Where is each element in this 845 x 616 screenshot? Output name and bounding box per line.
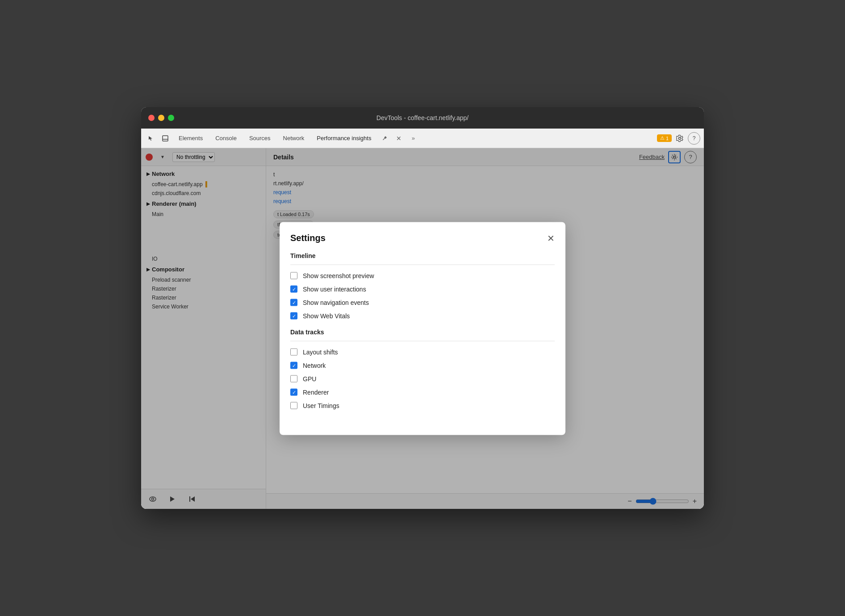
checkbox-gpu[interactable] xyxy=(290,375,297,383)
tab-performance-insights[interactable]: Performance insights xyxy=(311,133,376,143)
close-button[interactable] xyxy=(148,115,155,121)
option-label-nav-events: Show navigation events xyxy=(303,299,369,306)
checkbox-web-vitals[interactable]: ✓ xyxy=(290,312,297,320)
checkbox-nav-events[interactable]: ✓ xyxy=(290,299,297,306)
tab-console[interactable]: Console xyxy=(210,133,242,143)
pin-icon[interactable] xyxy=(378,132,391,145)
checkbox-network[interactable]: ✓ xyxy=(290,362,297,369)
checkbox-screenshot[interactable] xyxy=(290,272,297,279)
option-label-user-timings: User Timings xyxy=(303,402,339,409)
settings-section-data-tracks: Data tracks Layout shifts ✓ Network GPU … xyxy=(290,329,555,409)
help-icon-btn[interactable]: ? xyxy=(688,132,700,145)
settings-icon-btn[interactable] xyxy=(673,132,686,145)
option-label-screenshot: Show screenshot preview xyxy=(303,272,374,279)
option-label-renderer: Renderer xyxy=(303,389,329,396)
timeline-divider xyxy=(290,265,555,265)
option-renderer: ✓ Renderer xyxy=(290,389,555,396)
devtools-window: DevTools - coffee-cart.netlify.app/ Elem… xyxy=(141,107,704,509)
data-tracks-divider xyxy=(290,341,555,341)
title-bar: DevTools - coffee-cart.netlify.app/ xyxy=(141,107,704,129)
tab-sources[interactable]: Sources xyxy=(244,133,276,143)
tab-network[interactable]: Network xyxy=(278,133,310,143)
close-tab-icon[interactable]: ✕ xyxy=(393,132,405,145)
maximize-button[interactable] xyxy=(168,115,174,121)
more-tabs-icon[interactable]: » xyxy=(407,132,419,145)
option-network: ✓ Network xyxy=(290,362,555,369)
option-nav-events: ✓ Show navigation events xyxy=(290,299,555,306)
cursor-icon[interactable] xyxy=(145,132,157,145)
settings-section-timeline: Timeline Show screenshot preview ✓ Show … xyxy=(290,252,555,320)
option-user-interactions: ✓ Show user interactions xyxy=(290,286,555,293)
svg-rect-0 xyxy=(163,136,168,141)
minimize-button[interactable] xyxy=(158,115,164,121)
warning-count: 1 xyxy=(666,136,669,141)
warning-icon: ⚠ xyxy=(660,135,665,141)
option-screenshot: Show screenshot preview xyxy=(290,272,555,279)
devtools-header: Elements Console Sources Network Perform… xyxy=(141,129,704,148)
settings-header: Settings ✕ xyxy=(290,233,555,243)
tab-elements[interactable]: Elements xyxy=(173,133,208,143)
warning-badge: ⚠ 1 xyxy=(657,134,672,142)
dock-icon[interactable] xyxy=(159,132,172,145)
timeline-section-title: Timeline xyxy=(290,252,555,259)
checkbox-layout-shifts[interactable] xyxy=(290,349,297,356)
option-web-vitals: ✓ Show Web Vitals xyxy=(290,312,555,320)
devtools-body: ▼ No throttling ▶ Network coffee-cart.ne… xyxy=(141,148,704,509)
option-label-web-vitals: Show Web Vitals xyxy=(303,312,350,320)
window-title: DevTools - coffee-cart.netlify.app/ xyxy=(376,114,469,121)
settings-modal: Settings ✕ Timeline Show screenshot prev… xyxy=(280,222,565,435)
settings-title: Settings xyxy=(290,233,326,243)
option-label-network: Network xyxy=(303,362,326,369)
header-right: ⚠ 1 ? xyxy=(657,132,700,145)
option-gpu: GPU xyxy=(290,375,555,383)
option-label-layout-shifts: Layout shifts xyxy=(303,349,338,356)
option-user-timings: User Timings xyxy=(290,402,555,409)
checkbox-user-timings[interactable] xyxy=(290,402,297,409)
settings-modal-bottom xyxy=(290,416,555,425)
window-controls xyxy=(148,115,174,121)
option-label-user-interactions: Show user interactions xyxy=(303,286,366,293)
checkbox-user-interactions[interactable]: ✓ xyxy=(290,286,297,293)
checkbox-renderer[interactable]: ✓ xyxy=(290,389,297,396)
settings-close-button[interactable]: ✕ xyxy=(547,233,555,242)
option-layout-shifts: Layout shifts xyxy=(290,349,555,356)
option-label-gpu: GPU xyxy=(303,375,316,383)
data-tracks-section-title: Data tracks xyxy=(290,329,555,336)
